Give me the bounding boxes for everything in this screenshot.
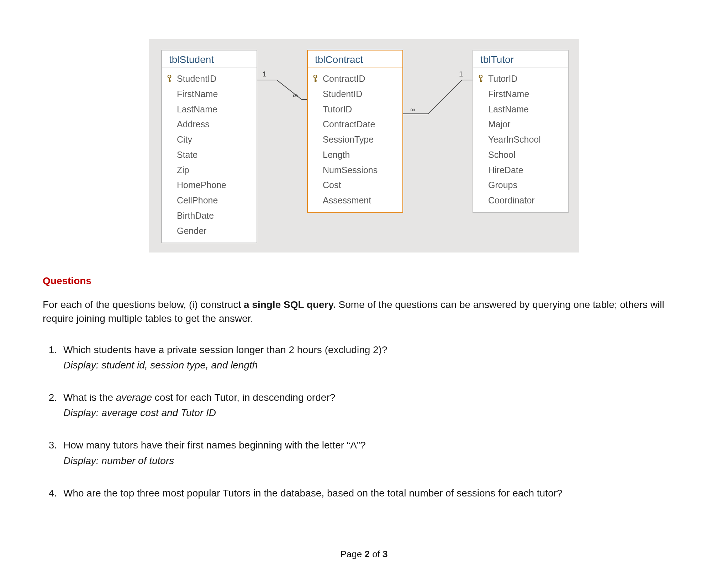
- question-display: Display: average cost and Tutor ID: [63, 406, 685, 420]
- intro-paragraph: For each of the questions below, (i) con…: [43, 298, 685, 325]
- field-row[interactable]: CellPhone: [162, 193, 257, 208]
- footer-pre: Page: [340, 549, 364, 559]
- field-name: YearInSchool: [488, 133, 560, 147]
- footer-page-number: 2: [364, 549, 369, 559]
- cardinality-many: ∞: [293, 92, 298, 99]
- field-name: City: [177, 133, 249, 147]
- table-title: tblTutor: [473, 51, 568, 68]
- question-text-pre: What is the: [63, 392, 116, 403]
- question-text: How many tutors have their first names b…: [63, 440, 366, 451]
- field-name: LastName: [488, 102, 560, 116]
- svg-rect-2: [169, 80, 171, 81]
- questions-heading: Questions: [43, 274, 685, 288]
- field-row[interactable]: Gender: [162, 223, 257, 239]
- field-row[interactable]: Length: [308, 147, 402, 163]
- svg-point-4: [314, 75, 317, 78]
- field-name: TutorID: [323, 102, 395, 116]
- table-student[interactable]: tblStudent StudentIDFirstNameLastNameAdd…: [161, 50, 257, 243]
- field-row[interactable]: TutorID: [308, 102, 402, 117]
- table-tutor[interactable]: tblTutor TutorIDFirstNameLastNameMajorYe…: [473, 50, 569, 213]
- field-row[interactable]: StudentID: [308, 86, 402, 102]
- field-row[interactable]: City: [162, 132, 257, 147]
- field-name: Address: [177, 117, 249, 131]
- field-name: Coordinator: [488, 193, 560, 207]
- field-row[interactable]: State: [162, 147, 257, 163]
- field-row[interactable]: Groups: [473, 177, 568, 193]
- field-name: FirstName: [177, 87, 249, 101]
- field-row[interactable]: FirstName: [162, 86, 257, 102]
- field-name: School: [488, 148, 560, 162]
- questions-list: Which students have a private session lo…: [43, 343, 685, 500]
- field-row[interactable]: StudentID: [162, 71, 257, 86]
- field-name: StudentID: [323, 87, 395, 101]
- field-name: HomePhone: [177, 178, 249, 192]
- svg-rect-7: [315, 81, 316, 82]
- field-row[interactable]: Coordinator: [473, 193, 568, 208]
- field-row[interactable]: NumSessions: [308, 163, 402, 178]
- page-footer: Page 2 of 3: [0, 549, 728, 560]
- field-row[interactable]: Zip: [162, 163, 257, 178]
- field-name: NumSessions: [323, 163, 395, 177]
- field-name: Zip: [177, 163, 249, 177]
- field-row[interactable]: ContractDate: [308, 117, 402, 132]
- field-row[interactable]: Assessment: [308, 193, 402, 208]
- field-name: BirthDate: [177, 209, 249, 223]
- field-name: CellPhone: [177, 193, 249, 207]
- question-display: Display: number of tutors: [63, 454, 685, 468]
- field-list: StudentIDFirstNameLastNameAddressCitySta…: [162, 68, 257, 243]
- field-row[interactable]: YearInSchool: [473, 132, 568, 147]
- field-row[interactable]: Cost: [308, 177, 402, 193]
- table-title: tblContract: [308, 51, 402, 68]
- field-name: ContractDate: [323, 117, 395, 131]
- question-4: Who are the top three most popular Tutor…: [60, 486, 685, 500]
- cardinality-one: 1: [459, 70, 463, 78]
- cardinality-one: 1: [263, 70, 267, 78]
- field-row[interactable]: HomePhone: [162, 177, 257, 193]
- field-name: State: [177, 148, 249, 162]
- question-text-em: average: [116, 392, 152, 403]
- primary-key-icon: [313, 75, 323, 83]
- field-row[interactable]: Address: [162, 117, 257, 132]
- footer-mid: of: [370, 549, 383, 559]
- field-name: Length: [323, 148, 395, 162]
- field-row[interactable]: LastName: [473, 102, 568, 117]
- relationships-diagram: 1 ∞ ∞ 1 tblStudent StudentIDFirstNameLas…: [149, 39, 579, 253]
- field-row[interactable]: School: [473, 147, 568, 163]
- table-contract[interactable]: tblContract ContractIDStudentIDTutorIDCo…: [307, 50, 403, 213]
- field-row[interactable]: SessionType: [308, 132, 402, 147]
- key-icon: [167, 75, 172, 83]
- field-row[interactable]: TutorID: [473, 71, 568, 86]
- question-display: Display: student id, session type, and l…: [63, 358, 685, 372]
- svg-rect-3: [169, 81, 170, 82]
- svg-point-0: [168, 75, 171, 78]
- question-text-post: cost for each Tutor, in descending order…: [152, 392, 335, 403]
- field-name: TutorID: [488, 72, 560, 86]
- svg-rect-11: [480, 81, 482, 82]
- primary-key-icon: [478, 75, 488, 83]
- field-row[interactable]: HireDate: [473, 163, 568, 178]
- question-2: What is the average cost for each Tutor,…: [60, 390, 685, 420]
- field-row[interactable]: FirstName: [473, 86, 568, 102]
- key-icon: [478, 75, 483, 83]
- field-row[interactable]: Major: [473, 117, 568, 132]
- field-name: Gender: [177, 224, 249, 238]
- field-name: ContractID: [323, 72, 395, 86]
- body-text: Questions For each of the questions belo…: [43, 274, 685, 500]
- question-text: Which students have a private session lo…: [63, 344, 387, 355]
- page: 1 ∞ ∞ 1 tblStudent StudentIDFirstNameLas…: [0, 0, 728, 574]
- field-list: TutorIDFirstNameLastNameMajorYearInSchoo…: [473, 68, 568, 212]
- intro-pre: For each of the questions below, (i) con…: [43, 299, 244, 310]
- field-list: ContractIDStudentIDTutorIDContractDateSe…: [308, 68, 402, 212]
- field-name: Assessment: [323, 193, 395, 207]
- field-row[interactable]: BirthDate: [162, 208, 257, 223]
- field-name: SessionType: [323, 133, 395, 147]
- field-name: LastName: [177, 102, 249, 116]
- field-name: Cost: [323, 178, 395, 192]
- field-row[interactable]: LastName: [162, 102, 257, 117]
- svg-point-8: [479, 75, 482, 78]
- field-row[interactable]: ContractID: [308, 71, 402, 86]
- field-name: Groups: [488, 178, 560, 192]
- primary-key-icon: [167, 75, 177, 83]
- svg-rect-6: [315, 80, 317, 81]
- field-name: Major: [488, 117, 560, 131]
